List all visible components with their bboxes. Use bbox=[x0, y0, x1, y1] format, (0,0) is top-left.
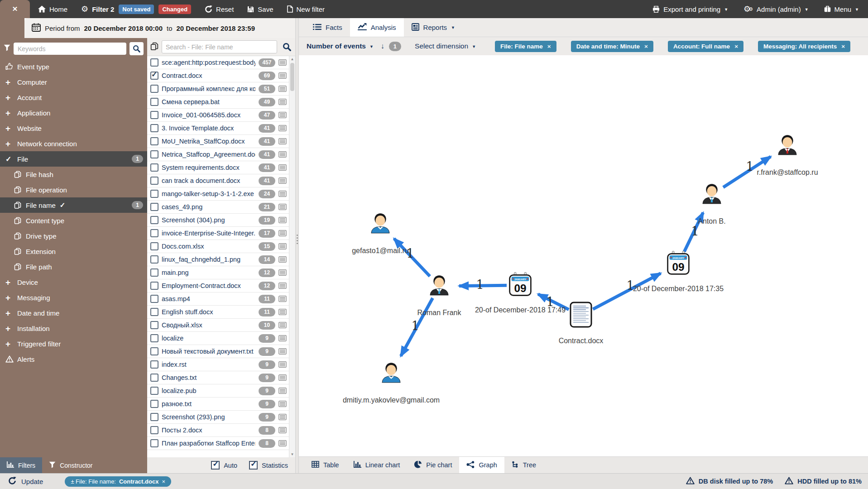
dimension-chip-file[interactable]: File: File name× bbox=[495, 41, 556, 52]
graph-node-person-shirt[interactable] bbox=[379, 360, 404, 387]
file-search-button[interactable] bbox=[280, 43, 293, 51]
checkbox[interactable] bbox=[150, 85, 158, 93]
sidebar-item-messaging[interactable]: +Messaging bbox=[0, 290, 147, 305]
checkbox[interactable] bbox=[150, 203, 158, 211]
file-list-item[interactable]: main.png12 bbox=[147, 266, 289, 279]
sidebar-item-account[interactable]: +Account bbox=[0, 90, 147, 105]
details-list-icon[interactable] bbox=[278, 296, 288, 302]
details-list-icon[interactable] bbox=[278, 177, 288, 184]
file-list-item[interactable]: Screenshot (304).png19 bbox=[147, 214, 289, 227]
details-list-icon[interactable] bbox=[278, 151, 288, 158]
checkbox[interactable] bbox=[150, 282, 158, 290]
sidebar-item-device[interactable]: +Device bbox=[0, 274, 147, 290]
checkbox[interactable] bbox=[150, 321, 158, 329]
sidebar-item-installation[interactable]: +Installation bbox=[0, 321, 147, 336]
details-list-icon[interactable] bbox=[278, 72, 288, 79]
checkbox[interactable] bbox=[150, 111, 158, 119]
tab-table[interactable]: Table bbox=[304, 457, 346, 473]
select-dimension-dropdown[interactable]: Select dimension ▼ bbox=[415, 42, 476, 50]
file-list-item[interactable]: Contract.docx69 bbox=[147, 69, 289, 82]
file-list-item[interactable]: mango-talker-setup-3-1-1-2.exe24 bbox=[147, 187, 289, 201]
main-menu[interactable]: Menu ▼ bbox=[824, 5, 859, 13]
sidebar-item-file-path[interactable]: File path bbox=[0, 259, 147, 274]
checkbox[interactable] bbox=[150, 400, 158, 408]
file-list-item[interactable]: 3. Invoice Template.docx41 bbox=[147, 122, 289, 135]
details-list-icon[interactable] bbox=[278, 374, 288, 381]
checkbox[interactable] bbox=[150, 295, 158, 303]
details-list-icon[interactable] bbox=[278, 361, 288, 368]
checkbox[interactable] bbox=[150, 347, 158, 355]
file-list-item[interactable]: Смена сервера.bat49 bbox=[147, 96, 289, 109]
details-list-icon[interactable] bbox=[278, 440, 288, 446]
details-list-icon[interactable] bbox=[278, 86, 288, 92]
measure-dropdown[interactable]: Number of events ▼ bbox=[307, 42, 374, 50]
home-button[interactable]: Home bbox=[38, 5, 67, 13]
sidebar-item-computer[interactable]: +Computer bbox=[0, 74, 147, 90]
file-list-item[interactable]: cases_49.png21 bbox=[147, 201, 289, 214]
file-list-item[interactable]: MoU_Netrika_StaffCop.docx41 bbox=[147, 135, 289, 148]
sidebar-item-extension[interactable]: Extension bbox=[0, 244, 147, 259]
tab-linear-chart[interactable]: Linear chart bbox=[346, 457, 408, 473]
tab-tree[interactable]: Tree bbox=[504, 457, 543, 473]
file-list-item[interactable]: Docs.com.xlsx15 bbox=[147, 240, 289, 253]
file-list-item[interactable]: разное.txt9 bbox=[147, 398, 289, 411]
graph-node-calendar[interactable]: JANUARY 09 bbox=[508, 272, 532, 299]
sidebar-item-file-operation[interactable]: File operation bbox=[0, 182, 147, 197]
checkbox[interactable] bbox=[150, 98, 158, 106]
dimension-chip-account[interactable]: Account: Full name× bbox=[668, 41, 743, 52]
checkbox-checked[interactable] bbox=[150, 72, 158, 80]
sidebar-item-date-and-time[interactable]: +Date and time bbox=[0, 305, 147, 321]
close-icon[interactable]: × bbox=[734, 43, 738, 50]
file-list-item[interactable]: Новый текстовый документ.txt9 bbox=[147, 345, 289, 358]
graph-node-person-shirt[interactable] bbox=[368, 211, 393, 238]
keywords-input[interactable] bbox=[14, 43, 126, 55]
checkbox[interactable] bbox=[150, 413, 158, 421]
sidebar-item-file-hash[interactable]: File hash bbox=[0, 167, 147, 182]
sort-direction-button[interactable]: ↓ bbox=[381, 42, 384, 50]
details-list-icon[interactable] bbox=[278, 414, 288, 420]
checkbox[interactable] bbox=[150, 426, 158, 434]
checkbox[interactable] bbox=[150, 242, 158, 250]
save-button[interactable]: Save bbox=[247, 5, 273, 13]
graph-node-calendar[interactable]: JANUARY 09 bbox=[666, 250, 691, 278]
sidebar-item-file[interactable]: ✓File1 bbox=[0, 151, 147, 167]
checkbox[interactable] bbox=[150, 177, 158, 185]
admin-menu[interactable]: ⚙⚙ Admin (admin) ▼ bbox=[743, 5, 808, 13]
checkbox[interactable] bbox=[150, 308, 158, 316]
sidebar-item-drive-type[interactable]: Drive type bbox=[0, 228, 147, 244]
scroll-up-icon[interactable]: ▲ bbox=[289, 57, 295, 61]
details-list-icon[interactable] bbox=[278, 217, 288, 223]
analysis-graph[interactable]: 1111111 gefasto1@mail.ru Roman Frank dmi… bbox=[299, 55, 868, 456]
checkbox[interactable] bbox=[150, 374, 158, 382]
details-list-icon[interactable] bbox=[278, 59, 288, 66]
details-list-icon[interactable] bbox=[278, 99, 288, 105]
details-list-icon[interactable] bbox=[278, 348, 288, 355]
file-list-item[interactable]: Netrica_Staffcop_Agreement.doc41 bbox=[147, 148, 289, 161]
tab-reports[interactable]: Reports ▼ bbox=[404, 18, 463, 37]
details-list-icon[interactable] bbox=[278, 204, 288, 210]
tab-filters[interactable]: Filters bbox=[0, 457, 42, 473]
file-list-item[interactable]: Employment-Contract.docx12 bbox=[147, 279, 289, 292]
dimension-chip-date-and-time[interactable]: Date and time: Minute× bbox=[571, 41, 653, 52]
tab-constructor[interactable]: Constructor bbox=[42, 457, 99, 473]
file-list-item[interactable]: invoice-Enterprise-Suite-Integer.pdf17 bbox=[147, 227, 289, 240]
checkbox[interactable] bbox=[150, 334, 158, 342]
graph-node-person-suit-blue[interactable] bbox=[699, 181, 724, 208]
details-list-icon[interactable] bbox=[278, 256, 288, 263]
details-list-icon[interactable] bbox=[278, 191, 288, 197]
checkbox[interactable] bbox=[150, 387, 158, 395]
file-list-item[interactable]: Changes.txt9 bbox=[147, 371, 289, 384]
file-list-item[interactable]: System requirements.docx41 bbox=[147, 161, 289, 174]
sidebar-item-application[interactable]: +Application bbox=[0, 105, 147, 120]
scroll-down-icon[interactable]: ▼ bbox=[289, 452, 295, 456]
details-list-icon[interactable] bbox=[278, 230, 288, 236]
export-printing-menu[interactable]: Export and printing ▼ bbox=[652, 5, 728, 13]
checkbox[interactable] bbox=[150, 190, 158, 198]
details-list-icon[interactable] bbox=[278, 138, 288, 144]
file-list-item[interactable]: Invoice_001-0064585.docx47 bbox=[147, 109, 289, 122]
reset-button[interactable]: Reset bbox=[205, 5, 234, 13]
file-list-item[interactable]: Программный комплекс для кон...51 bbox=[147, 82, 289, 96]
tab-analysis[interactable]: Analysis bbox=[350, 18, 404, 37]
details-list-icon[interactable] bbox=[278, 427, 288, 433]
sidebar-item-file-name[interactable]: File name✓1 bbox=[0, 197, 147, 213]
